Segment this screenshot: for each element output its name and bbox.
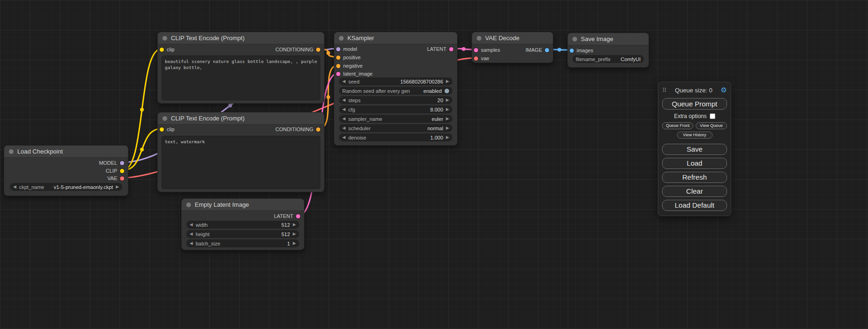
output-slot-clip[interactable]: CLIP [106,167,124,175]
output-dot-latent[interactable] [296,214,300,218]
input-slot-positive[interactable]: positive [336,54,360,61]
output-slot-model[interactable]: MODEL [99,159,124,167]
input-slot-clip[interactable]: clip [160,126,175,133]
increment-icon[interactable]: ▶ [446,79,449,84]
input-dot-clip[interactable] [160,127,164,132]
input-dot-latent-image[interactable] [336,72,340,76]
input-dot-images[interactable] [570,49,574,53]
input-slot-negative[interactable]: negative [336,62,363,70]
filename-prefix-widget[interactable]: filename_prefix ComfyUI [572,55,644,63]
increment-icon[interactable]: ▶ [293,223,296,227]
denoise-widget[interactable]: ◀ denoise 1.000 ▶ [339,133,452,141]
input-slot-latent-image[interactable]: latent_image [336,70,373,77]
output-slot-image[interactable]: IMAGE [526,46,549,54]
node-load-checkpoint[interactable]: Load Checkpoint MODEL CLIP VAE ◀ ckpt_na… [4,145,128,196]
node-title-bar[interactable]: Load Checkpoint [4,146,128,158]
output-dot-conditioning[interactable] [316,48,320,52]
seed-widget[interactable]: ◀ seed 156680208700286 ▶ [339,77,452,85]
output-dot-clip[interactable] [120,169,124,173]
output-slot-conditioning[interactable]: CONDITIONING [275,46,320,53]
output-dot-model[interactable] [120,161,124,165]
load-button[interactable]: Load [662,158,727,169]
collapse-dot-icon[interactable] [162,116,167,121]
save-button[interactable]: Save [662,144,727,155]
input-dot-samples[interactable] [474,48,478,52]
node-title-bar[interactable]: Save Image [568,33,649,45]
collapse-dot-icon[interactable] [339,36,344,41]
node-save-image[interactable]: Save Image images filename_prefix ComfyU… [567,33,649,68]
increment-icon[interactable]: ▶ [293,232,296,236]
node-title-bar[interactable]: CLIP Text Encode (Prompt) [158,112,324,125]
output-dot-image[interactable] [545,48,549,52]
input-dot-positive[interactable] [336,56,340,60]
increment-icon[interactable]: ▶ [446,107,449,112]
input-dot-vae[interactable] [474,56,478,61]
height-widget[interactable]: ◀ height 512 ▶ [186,230,299,238]
node-empty-latent-image[interactable]: Empty Latent Image LATENT ◀ width 512 ▶ … [181,198,304,250]
toggle-dot-icon[interactable] [445,89,449,93]
decrement-icon[interactable]: ◀ [190,232,193,236]
output-dot-vae[interactable] [120,176,124,181]
collapse-dot-icon[interactable] [477,36,481,41]
decrement-icon[interactable]: ◀ [342,98,346,102]
input-dot-clip[interactable] [160,48,164,52]
increment-icon[interactable]: ▶ [293,241,296,245]
random-seed-toggle-widget[interactable]: Random seed after every gen enabled [339,87,452,95]
ckpt-name-widget[interactable]: ◀ ckpt_name v1-5-pruned-emaonly.ckpt ▶ [10,183,122,191]
node-ksampler[interactable]: KSampler model positive negative latent_… [334,32,458,146]
queue-prompt-button[interactable]: Queue Prompt [662,98,727,110]
graph-canvas[interactable]: Load Checkpoint MODEL CLIP VAE ◀ ckpt_na… [0,0,868,329]
next-value-icon[interactable]: ▶ [446,126,449,130]
prev-value-icon[interactable]: ◀ [342,126,346,130]
prev-value-icon[interactable]: ◀ [13,185,16,189]
extra-options-checkbox[interactable] [710,113,715,119]
input-slot-images[interactable]: images [570,47,593,54]
node-title-bar[interactable]: KSampler [334,32,457,44]
drag-handle-icon[interactable]: ⠿ [662,87,667,94]
increment-icon[interactable]: ▶ [446,98,449,102]
collapse-dot-icon[interactable] [162,36,167,41]
node-clip-text-encode-positive[interactable]: CLIP Text Encode (Prompt) clip CONDITION… [157,32,325,104]
next-value-icon[interactable]: ▶ [116,185,119,189]
node-title-bar[interactable]: Empty Latent Image [182,199,304,211]
input-dot-model[interactable] [336,47,340,51]
decrement-icon[interactable]: ◀ [190,241,193,245]
scheduler-widget[interactable]: ◀ scheduler normal ▶ [339,124,452,132]
output-dot-conditioning[interactable] [316,127,320,132]
positive-prompt-textarea[interactable]: beautiful scenery nature glass bottle la… [162,56,320,100]
prev-value-icon[interactable]: ◀ [342,117,346,121]
negative-prompt-textarea[interactable]: text, watermark [162,136,320,189]
node-title-bar[interactable]: VAE Decode [472,32,553,44]
load-default-button[interactable]: Load Default [662,200,727,211]
output-slot-vae[interactable]: VAE [107,175,124,182]
next-value-icon[interactable]: ▶ [446,117,449,121]
output-slot-latent[interactable]: LATENT [274,212,300,220]
sampler-name-widget[interactable]: ◀ sampler_name euler ▶ [339,115,452,123]
collapse-dot-icon[interactable] [572,37,577,42]
clear-button[interactable]: Clear [662,186,727,197]
input-dot-negative[interactable] [336,64,340,68]
collapse-dot-icon[interactable] [186,203,191,207]
refresh-button[interactable]: Refresh [662,172,727,183]
input-slot-vae[interactable]: vae [474,55,489,62]
decrement-icon[interactable]: ◀ [342,79,346,84]
decrement-icon[interactable]: ◀ [342,135,346,140]
input-slot-model[interactable]: model [336,45,357,53]
output-slot-latent[interactable]: LATENT [427,45,453,53]
output-slot-conditioning[interactable]: CONDITIONING [275,126,320,133]
collapse-dot-icon[interactable] [9,149,14,154]
steps-widget[interactable]: ◀ steps 20 ▶ [339,96,452,104]
cfg-widget[interactable]: ◀ cfg 8.000 ▶ [339,105,452,113]
decrement-icon[interactable]: ◀ [342,107,346,112]
queue-front-button[interactable]: Queue Front [662,122,693,129]
width-widget[interactable]: ◀ width 512 ▶ [186,221,299,229]
node-vae-decode[interactable]: VAE Decode samples vae IMAGE [472,32,553,63]
increment-icon[interactable]: ▶ [446,135,449,140]
node-clip-text-encode-negative[interactable]: CLIP Text Encode (Prompt) clip CONDITION… [157,112,325,192]
view-queue-button[interactable]: View Queue [696,122,727,129]
node-title-bar[interactable]: CLIP Text Encode (Prompt) [158,32,324,44]
batch-size-widget[interactable]: ◀ batch_size 1 ▶ [186,239,299,247]
decrement-icon[interactable]: ◀ [190,223,193,227]
input-slot-samples[interactable]: samples [474,46,500,54]
settings-gear-icon[interactable]: ⚙ [721,86,727,94]
